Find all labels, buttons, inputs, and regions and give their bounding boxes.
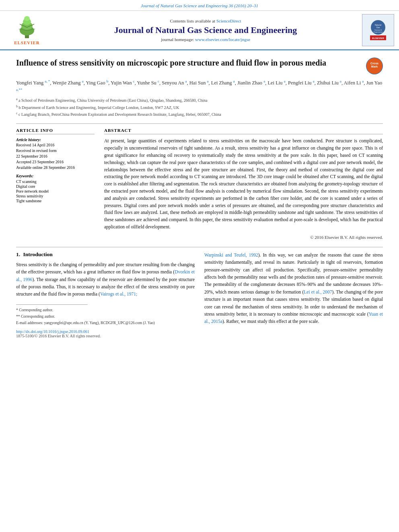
affiliation-c: c c Langfang Branch, PetroChina Petroleu… <box>16 111 383 118</box>
article-container: Influence of stress sensitivity on micro… <box>0 50 399 346</box>
keywords-section: Keywords: CT scanning Digital core Pore … <box>16 174 95 203</box>
crossmark-badge: Cross Mark <box>366 58 383 74</box>
header-divider <box>16 123 383 124</box>
article-title: Influence of stress sensitivity on micro… <box>16 58 362 68</box>
elsevier-tree-icon <box>11 15 43 39</box>
copyright-line: © 2016 Elsevier B.V. All rights reserved… <box>104 235 383 240</box>
article-history: Article history: Received 14 April 2016 … <box>16 138 95 170</box>
info-abstract-section: ARTICLE INFO Article history: Received 1… <box>16 128 383 240</box>
history-label: Article history: <box>16 138 95 142</box>
svg-text:Cross: Cross <box>370 62 378 65</box>
article-title-row: Influence of stress sensitivity on micro… <box>16 58 383 74</box>
affiliation-b: b b Department of Earth Science and Engi… <box>16 104 383 111</box>
keyword-2: Digital core <box>16 184 95 189</box>
available-date: Available online 28 September 2016 <box>16 165 95 170</box>
svg-text:Gas: Gas <box>376 26 380 29</box>
body-divider <box>16 247 383 247</box>
keyword-4: Stress sensitivity <box>16 194 95 198</box>
journal-citation: Journal of Natural Gas Science and Engin… <box>141 3 258 8</box>
journal-header: ELSEVIER Contents lists available at Sci… <box>0 11 399 50</box>
body-section: 1. Introduction Stress sensitivity is th… <box>16 251 383 338</box>
article-info-column: ARTICLE INFO Article history: Received 1… <box>16 128 95 240</box>
body-right-col: Warpinski and Teufel, 1992). In this way… <box>204 251 383 338</box>
abstract-text: At present, large quantities of experime… <box>104 138 383 231</box>
crossmark-icon: Cross Mark <box>366 58 383 74</box>
keyword-5: Tight sandstone <box>16 199 95 203</box>
section-number: 1. <box>16 251 20 257</box>
body-left-col: 1. Introduction Stress sensitivity is th… <box>16 251 195 338</box>
intro-section-title: 1. Introduction <box>16 251 195 258</box>
svg-text:Engineering: Engineering <box>374 31 382 33</box>
elsevier-logo: ELSEVIER <box>5 15 49 45</box>
ref-vairogs[interactable]: Vairogs et al., 1971; <box>100 292 137 296</box>
svg-text:Mark: Mark <box>371 65 378 68</box>
intro-paragraph-1: Stress sensitivity is the changing of pe… <box>16 261 195 298</box>
footnote-star: * Corresponding author. <box>16 307 195 313</box>
keyword-1: CT scanning <box>16 179 95 184</box>
article-info-heading: ARTICLE INFO <box>16 128 95 134</box>
svg-text:ELSEVIER: ELSEVIER <box>372 37 384 39</box>
journal-homepage-link[interactable]: www.elsevier.com/locate/jngse <box>195 37 250 42</box>
revised-label: Received in revised form <box>16 148 95 153</box>
doi-line[interactable]: http://dx.doi.org/10.1016/j.jngse.2016.0… <box>16 329 195 334</box>
ref-dvorkin[interactable]: Dvorkin et al., 1996 <box>16 269 195 281</box>
sciencedirect-link[interactable]: ScienceDirect <box>216 18 241 23</box>
footnote-star2: ** Corresponding author. <box>16 314 195 319</box>
ref-lei[interactable]: Lei et al., 2007 <box>304 290 332 294</box>
footnote-email: E-mail addresses: yangyongfei@upc.edu.cn… <box>16 320 195 326</box>
ref-yuan[interactable]: Yuan et al., 2015a <box>204 312 383 324</box>
received-date: Received 14 April 2016 <box>16 143 95 147</box>
journal-logo-icon: Natural Gas Science & Engineering ELSEVI… <box>366 19 390 41</box>
journal-title: Journal of Natural Gas Science and Engin… <box>53 25 358 35</box>
journal-citation-bar: Journal of Natural Gas Science and Engin… <box>0 0 399 11</box>
svg-point-4 <box>24 16 30 21</box>
contents-available-line: Contents lists available at ScienceDirec… <box>53 18 358 23</box>
issn-line: 1875-5100/© 2016 Elsevier B.V. All right… <box>16 334 195 338</box>
journal-center-info: Contents lists available at ScienceDirec… <box>53 18 358 42</box>
affiliations: a a School of Petroleum Engineering, Chi… <box>16 97 383 118</box>
homepage-line: journal homepage: www.elsevier.com/locat… <box>53 37 358 42</box>
keyword-3: Pore network model <box>16 189 95 193</box>
abstract-column: ABSTRACT At present, large quantities of… <box>104 128 383 240</box>
affiliation-a: a a School of Petroleum Engineering, Chi… <box>16 97 383 104</box>
section-name: Introduction <box>23 251 53 257</box>
revised-date: 22 September 2016 <box>16 154 95 158</box>
journal-right-logo: Natural Gas Science & Engineering ELSEVI… <box>362 14 394 46</box>
footnote-divider <box>16 304 88 305</box>
intro-paragraph-2: Warpinski and Teufel, 1992). In this way… <box>204 251 383 325</box>
ref-warpinski[interactable]: Warpinski and Teufel, 1992 <box>204 253 258 257</box>
authors-line: Yongfei Yang a, *, Wenjie Zhang a, Ying … <box>16 78 383 95</box>
abstract-heading: ABSTRACT <box>104 128 383 134</box>
accepted-date: Accepted 23 September 2016 <box>16 160 95 164</box>
keywords-label: Keywords: <box>16 174 95 178</box>
elsevier-brand-text: ELSEVIER <box>14 40 40 45</box>
